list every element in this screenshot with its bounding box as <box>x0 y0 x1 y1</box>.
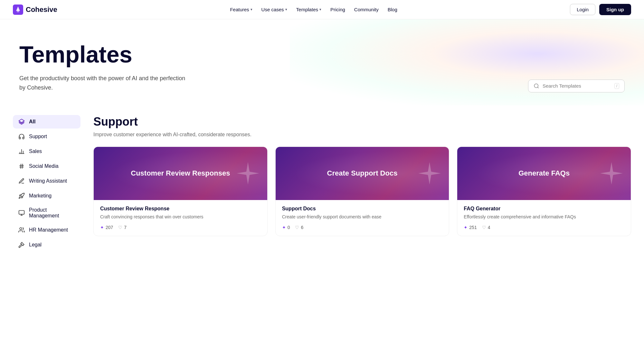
card-2-likes: ♡ 6 <box>295 225 303 230</box>
section-title: Support <box>93 115 631 129</box>
card-image-1: Customer Review Responses <box>94 147 267 200</box>
hashtag-icon <box>18 163 25 170</box>
sidebar-label-hr-management: HR Management <box>29 227 68 233</box>
hero-section: Templates Get the productivity boost wit… <box>0 19 644 105</box>
card-2-body: Support Docs Create user-friendly suppor… <box>276 200 449 236</box>
sidebar-label-sales: Sales <box>29 148 42 154</box>
sparkle-decoration-3 <box>599 160 624 186</box>
cohesive-logo-icon <box>13 5 23 15</box>
signup-button[interactable]: Sign up <box>599 4 631 15</box>
sidebar-item-social-media[interactable]: Social Media <box>13 159 80 173</box>
card-1-image-title: Customer Review Responses <box>131 169 230 178</box>
sidebar-item-all[interactable]: All <box>13 115 80 129</box>
sparkle-decoration-2 <box>417 160 442 186</box>
card-faq-generator[interactable]: Generate FAQs FAQ Generator Effortlessly… <box>457 147 631 236</box>
nav-blog[interactable]: Blog <box>388 7 397 12</box>
sidebar-item-product-management[interactable]: Product Management <box>13 204 80 222</box>
nav-links: Features ▾ Use cases ▾ Templates ▾ Prici… <box>230 7 397 12</box>
card-1-likes: ♡ 7 <box>118 225 127 230</box>
card-support-docs[interactable]: Create Support Docs Support Docs Create … <box>275 147 450 236</box>
chevron-down-icon: ▾ <box>285 7 287 12</box>
brand-name: Cohesive <box>26 5 57 14</box>
search-shortcut: / <box>614 83 619 89</box>
rocket-icon <box>18 192 25 199</box>
heart-icon-2: ♡ <box>295 225 299 230</box>
card-3-desc: Effortlessly create comprehensive and in… <box>464 214 624 220</box>
nav-community[interactable]: Community <box>354 7 379 12</box>
sidebar: All Support Sales <box>13 115 87 253</box>
section-description: Improve customer experience with AI-craf… <box>93 132 631 138</box>
layers-icon <box>18 118 25 125</box>
login-button[interactable]: Login <box>570 4 595 15</box>
sidebar-item-sales[interactable]: Sales <box>13 145 80 158</box>
nav-pricing[interactable]: Pricing <box>330 7 345 12</box>
card-1-desc: Craft convincing responses that win over… <box>100 214 261 220</box>
sidebar-label-legal: Legal <box>29 242 42 248</box>
card-3-stats: ✦ 251 ♡ 4 <box>464 225 624 230</box>
main-content: All Support Sales <box>0 105 644 263</box>
sidebar-item-writing-assistant[interactable]: Writing Assistant <box>13 174 80 188</box>
card-3-uses: ✦ 251 <box>464 225 477 230</box>
sparkle-decoration <box>235 160 261 186</box>
svg-point-3 <box>534 84 538 88</box>
heart-icon: ♡ <box>118 225 122 230</box>
sidebar-label-product-management: Product Management <box>29 207 75 219</box>
card-image-3: Generate FAQs <box>457 147 631 200</box>
people-icon <box>18 226 25 234</box>
svg-line-12 <box>22 164 23 168</box>
headset-icon <box>18 133 25 140</box>
sidebar-item-hr-management[interactable]: HR Management <box>13 223 80 237</box>
svg-rect-13 <box>19 210 24 214</box>
search-bar[interactable]: / <box>528 80 625 92</box>
card-3-likes: ♡ 4 <box>482 225 490 230</box>
cards-grid: Customer Review Responses Customer Revie… <box>93 147 631 236</box>
sidebar-label-writing-assistant: Writing Assistant <box>29 178 67 184</box>
nav-actions: Login Sign up <box>570 4 631 15</box>
monitor-icon <box>18 209 25 216</box>
card-3-body: FAQ Generator Effortlessly create compre… <box>457 200 631 236</box>
nav-features[interactable]: Features ▾ <box>230 7 252 12</box>
card-1-name: Customer Review Response <box>100 206 261 212</box>
hero-title: Templates <box>19 42 625 67</box>
card-1-uses: ✦ 207 <box>100 225 113 230</box>
card-2-desc: Create user-friendly support documents w… <box>282 214 443 220</box>
sidebar-item-marketing[interactable]: Marketing <box>13 189 80 203</box>
nav-use-cases[interactable]: Use cases ▾ <box>261 7 287 12</box>
search-input[interactable] <box>543 83 611 89</box>
card-2-uses: ✦ 0 <box>282 225 290 230</box>
card-3-image-title: Generate FAQs <box>518 169 570 178</box>
sidebar-label-support: Support <box>29 134 47 139</box>
card-1-stats: ✦ 207 ♡ 7 <box>100 225 261 230</box>
pen-icon <box>18 177 25 185</box>
gavel-icon <box>18 241 25 248</box>
chevron-down-icon: ▾ <box>251 7 252 12</box>
card-image-2: Create Support Docs <box>276 147 449 200</box>
sidebar-label-marketing: Marketing <box>29 193 52 199</box>
brand-logo[interactable]: Cohesive <box>13 5 57 15</box>
sidebar-label-social-media: Social Media <box>29 163 59 169</box>
heart-icon-3: ♡ <box>482 225 486 230</box>
card-2-image-title: Create Support Docs <box>327 169 398 178</box>
diamond-icon-2: ✦ <box>282 225 286 230</box>
sidebar-label-all: All <box>29 119 35 125</box>
search-icon <box>534 83 539 89</box>
sidebar-item-support[interactable]: Support <box>13 130 80 143</box>
chart-icon <box>18 148 25 155</box>
svg-line-11 <box>21 164 21 168</box>
card-2-name: Support Docs <box>282 206 443 212</box>
nav-templates[interactable]: Templates ▾ <box>296 7 321 12</box>
chevron-down-icon: ▾ <box>319 7 321 12</box>
card-customer-review[interactable]: Customer Review Responses Customer Revie… <box>93 147 268 236</box>
card-1-body: Customer Review Response Craft convincin… <box>94 200 267 236</box>
hero-subtitle: Get the productivity boost with the powe… <box>19 74 187 92</box>
card-3-name: FAQ Generator <box>464 206 624 212</box>
navbar: Cohesive Features ▾ Use cases ▾ Template… <box>0 0 644 19</box>
sidebar-item-legal[interactable]: Legal <box>13 238 80 252</box>
svg-point-16 <box>20 227 22 230</box>
card-2-stats: ✦ 0 ♡ 6 <box>282 225 443 230</box>
content-area: Support Improve customer experience with… <box>87 115 631 253</box>
diamond-icon-3: ✦ <box>464 225 468 230</box>
diamond-icon: ✦ <box>100 225 104 230</box>
